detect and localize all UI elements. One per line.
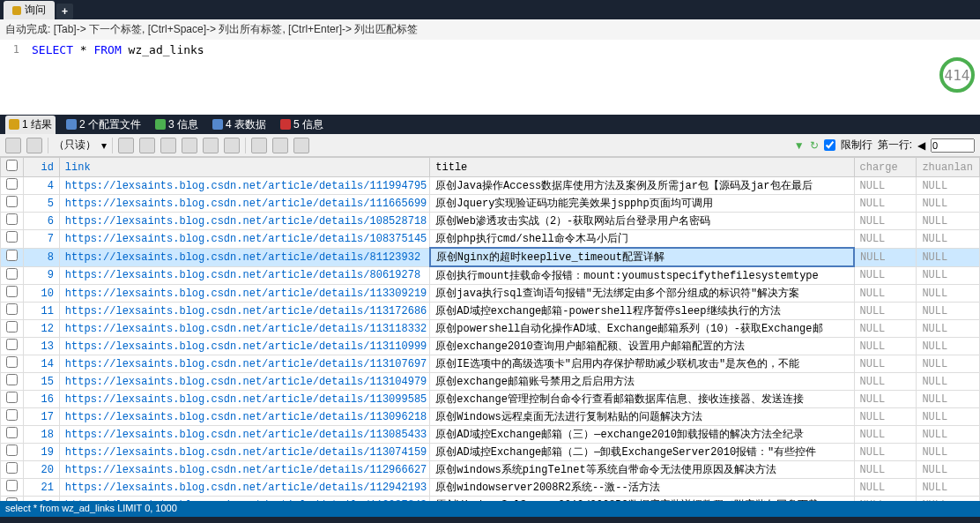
cell-zhuanlan[interactable]: NULL xyxy=(917,391,980,408)
cell-id[interactable]: 16 xyxy=(24,391,60,408)
cell-link[interactable]: https://lexsaints.blog.csdn.net/article/… xyxy=(59,408,429,426)
tb-btn-4[interactable] xyxy=(182,138,197,153)
table-row[interactable]: 14https://lexsaints.blog.csdn.net/articl… xyxy=(1,355,980,373)
tab-info3[interactable]: 3 信息 xyxy=(152,116,202,134)
col-zhuanlan[interactable]: zhuanlan xyxy=(917,158,980,177)
add-tab-button[interactable]: + xyxy=(56,4,73,19)
cell-id[interactable]: 6 xyxy=(24,213,60,230)
cell-title[interactable]: 原创AD域控Exchange邮箱（三）—exchange2010卸载报错的解决方… xyxy=(430,426,854,444)
cell-title[interactable]: 原创java执行sql查询语句报错"无法绑定由多个部分组成的标识符"解决方案 xyxy=(430,285,854,303)
cell-link[interactable]: https://lexsaints.blog.csdn.net/article/… xyxy=(59,303,429,320)
cell-id[interactable]: 5 xyxy=(24,195,60,213)
cell-zhuanlan[interactable]: NULL xyxy=(917,177,980,195)
row-checkbox[interactable] xyxy=(1,355,24,373)
cell-charge[interactable]: NULL xyxy=(854,213,917,230)
cell-link[interactable]: https://lexsaints.blog.csdn.net/article/… xyxy=(59,426,429,444)
cell-title[interactable]: 原创Jquery实现验证码功能完美效果jspphp页面均可调用 xyxy=(430,195,854,213)
cell-charge[interactable]: NULL xyxy=(854,195,917,213)
cell-charge[interactable]: NULL xyxy=(854,461,917,479)
table-row[interactable]: 17https://lexsaints.blog.csdn.net/articl… xyxy=(1,408,980,426)
cell-id[interactable]: 9 xyxy=(24,266,60,285)
table-row[interactable]: 20https://lexsaints.blog.csdn.net/articl… xyxy=(1,461,980,479)
col-link[interactable]: link xyxy=(59,158,429,177)
cell-charge[interactable]: NULL xyxy=(854,479,917,497)
row-checkbox[interactable] xyxy=(1,303,24,320)
cell-charge[interactable]: NULL xyxy=(854,355,917,373)
tb-btn-5[interactable] xyxy=(203,138,219,153)
cell-zhuanlan[interactable]: NULL xyxy=(917,355,980,373)
cell-zhuanlan[interactable]: NULL xyxy=(917,461,980,479)
cell-title[interactable]: 原创执行mount挂载命令报错：mount:youmustspecifythef… xyxy=(430,266,854,285)
table-row[interactable]: 5https://lexsaints.blog.csdn.net/article… xyxy=(1,195,980,213)
cell-title[interactable]: 原创WindowsSqlServer2012/2008R2数据库安装详细教程（附… xyxy=(430,497,854,502)
table-row[interactable]: 4https://lexsaints.blog.csdn.net/article… xyxy=(1,177,980,195)
tab-tabledata[interactable]: 4 表数据 xyxy=(209,116,270,134)
cell-id[interactable]: 20 xyxy=(24,461,60,479)
row-checkbox[interactable] xyxy=(1,373,24,391)
cell-charge[interactable]: NULL xyxy=(854,408,917,426)
tb-btn-3[interactable] xyxy=(160,138,176,153)
cell-link[interactable]: https://lexsaints.blog.csdn.net/article/… xyxy=(59,213,429,230)
cell-id[interactable]: 15 xyxy=(24,373,60,391)
cell-id[interactable]: 17 xyxy=(24,408,60,426)
cell-title[interactable]: 原创Java操作Access数据库使用方法及案例及所需jar包【源码及jar包在… xyxy=(430,177,854,195)
table-row[interactable]: 8https://lexsaints.blog.csdn.net/article… xyxy=(1,248,980,266)
cell-id[interactable]: 21 xyxy=(24,479,60,497)
row-checkbox[interactable] xyxy=(1,177,24,195)
text-view-button[interactable] xyxy=(293,138,309,153)
cell-title[interactable]: 原创exchange管理控制台命令行查看邮箱数据库信息、接收连接器、发送连接 xyxy=(430,391,854,408)
tb-btn-2[interactable] xyxy=(139,138,155,153)
cell-zhuanlan[interactable]: NULL xyxy=(917,444,980,461)
cell-zhuanlan[interactable]: NULL xyxy=(917,195,980,213)
filter-icon[interactable]: ▼ xyxy=(794,139,805,152)
cell-zhuanlan[interactable]: NULL xyxy=(917,373,980,391)
table-row[interactable]: 13https://lexsaints.blog.csdn.net/articl… xyxy=(1,338,980,355)
cell-link[interactable]: https://lexsaints.blog.csdn.net/article/… xyxy=(59,320,429,338)
cell-charge[interactable]: NULL xyxy=(854,266,917,285)
table-row[interactable]: 16https://lexsaints.blog.csdn.net/articl… xyxy=(1,391,980,408)
table-row[interactable]: 11https://lexsaints.blog.csdn.net/articl… xyxy=(1,303,980,320)
row-checkbox[interactable] xyxy=(1,461,24,479)
tab-info5[interactable]: 5 信息 xyxy=(277,116,327,134)
cell-id[interactable]: 8 xyxy=(24,248,60,266)
cell-id[interactable]: 13 xyxy=(24,338,60,355)
cell-charge[interactable]: NULL xyxy=(854,248,917,266)
cell-title[interactable]: 原创powershell自动化操作AD域、Exchange邮箱系列（10）-获取… xyxy=(430,320,854,338)
row-checkbox[interactable] xyxy=(1,408,24,426)
cell-link[interactable]: https://lexsaints.blog.csdn.net/article/… xyxy=(59,177,429,195)
dropdown-icon[interactable]: ▾ xyxy=(101,139,107,152)
table-row[interactable]: 12https://lexsaints.blog.csdn.net/articl… xyxy=(1,320,980,338)
cell-zhuanlan[interactable]: NULL xyxy=(917,338,980,355)
row-checkbox[interactable] xyxy=(1,479,24,497)
cell-id[interactable]: 10 xyxy=(24,285,60,303)
query-tab[interactable]: 询问 xyxy=(4,1,55,19)
cell-charge[interactable]: NULL xyxy=(854,285,917,303)
cell-id[interactable]: 12 xyxy=(24,320,60,338)
tab-profiles[interactable]: 2 个配置文件 xyxy=(63,116,145,134)
cell-title[interactable]: 原创exchange邮箱账号禁用之后启用方法 xyxy=(430,373,854,391)
cell-link[interactable]: https://lexsaints.blog.csdn.net/article/… xyxy=(59,444,429,461)
cell-id[interactable]: 14 xyxy=(24,355,60,373)
cell-link[interactable]: https://lexsaints.blog.csdn.net/article/… xyxy=(59,285,429,303)
prev-icon[interactable]: ◀ xyxy=(917,139,925,152)
cell-charge[interactable]: NULL xyxy=(854,320,917,338)
tab-result[interactable]: 1 结果 xyxy=(5,116,56,134)
table-row[interactable]: 6https://lexsaints.blog.csdn.net/article… xyxy=(1,213,980,230)
row-checkbox[interactable] xyxy=(1,426,24,444)
cell-charge[interactable]: NULL xyxy=(854,303,917,320)
row-checkbox[interactable] xyxy=(1,195,24,213)
table-row[interactable]: 15https://lexsaints.blog.csdn.net/articl… xyxy=(1,373,980,391)
cell-zhuanlan[interactable]: NULL xyxy=(917,285,980,303)
row-checkbox[interactable] xyxy=(1,444,24,461)
cell-zhuanlan[interactable]: NULL xyxy=(917,266,980,285)
cell-title[interactable]: 原创windows系统pingTelnet等系统自带命令无法使用原因及解决方法 xyxy=(430,461,854,479)
cell-link[interactable]: https://lexsaints.blog.csdn.net/article/… xyxy=(59,230,429,249)
cell-id[interactable]: 18 xyxy=(24,426,60,444)
cell-charge[interactable]: NULL xyxy=(854,373,917,391)
table-row[interactable]: 21https://lexsaints.blog.csdn.net/articl… xyxy=(1,479,980,497)
cell-id[interactable]: 19 xyxy=(24,444,60,461)
cell-link[interactable]: https://lexsaints.blog.csdn.net/article/… xyxy=(59,461,429,479)
cell-charge[interactable]: NULL xyxy=(854,230,917,249)
first-row-input[interactable] xyxy=(931,138,975,153)
cell-zhuanlan[interactable]: NULL xyxy=(917,408,980,426)
